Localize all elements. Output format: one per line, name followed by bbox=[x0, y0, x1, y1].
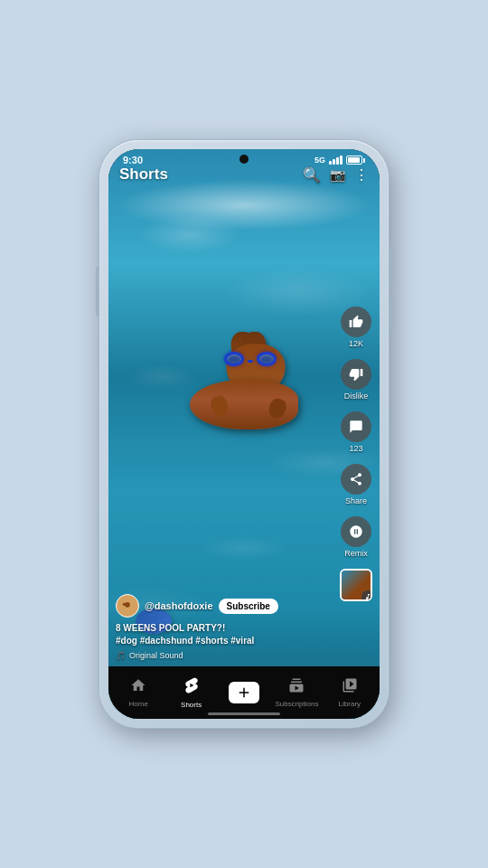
nav-subscriptions[interactable]: Subscriptions bbox=[270, 677, 323, 708]
subscriptions-icon bbox=[288, 677, 305, 698]
nav-library[interactable]: Library bbox=[324, 677, 376, 708]
video-thumbnail-action[interactable] bbox=[340, 569, 372, 601]
thumbnail-image bbox=[340, 569, 372, 601]
volume-down-button bbox=[389, 294, 392, 330]
page-title: Shorts bbox=[119, 165, 168, 184]
share-icon bbox=[341, 464, 371, 495]
share-label: Share bbox=[345, 496, 367, 505]
nav-create[interactable] bbox=[218, 682, 270, 703]
comment-icon bbox=[341, 411, 371, 442]
status-time: 9:30 bbox=[123, 155, 143, 165]
dislike-icon bbox=[341, 359, 371, 390]
music-label: Original Sound bbox=[129, 651, 183, 660]
dog-body bbox=[190, 380, 298, 429]
dislike-label: Dislike bbox=[344, 392, 369, 401]
remix-label: Remix bbox=[344, 549, 368, 558]
signal-icon bbox=[329, 156, 343, 165]
like-count: 12K bbox=[349, 339, 363, 348]
library-icon bbox=[342, 677, 358, 698]
video-player[interactable]: Shorts 🔍 📷 ⋮ 12K bbox=[108, 149, 380, 719]
create-button[interactable] bbox=[229, 682, 259, 703]
video-info: @dashofdoxie Subscribe 8 WEENS POOL PART… bbox=[116, 594, 325, 660]
phone-frame: 9:30 5G bbox=[99, 140, 389, 728]
dog-paw-left bbox=[209, 393, 230, 418]
music-note-icon: 🎵 bbox=[116, 651, 126, 660]
phone-screen: 9:30 5G bbox=[108, 149, 380, 719]
search-icon[interactable]: 🔍 bbox=[303, 166, 321, 184]
nav-shorts-label: Shorts bbox=[181, 701, 202, 709]
svg-point-1 bbox=[123, 603, 127, 607]
like-button[interactable]: 12K bbox=[341, 307, 371, 348]
water-splash bbox=[108, 178, 380, 232]
remix-button[interactable]: Remix bbox=[341, 516, 371, 558]
dog-goggles bbox=[224, 352, 277, 366]
like-icon bbox=[341, 307, 371, 337]
goggle-bridge bbox=[248, 360, 253, 363]
music-row: 🎵 Original Sound bbox=[116, 651, 325, 660]
nav-home[interactable]: Home bbox=[112, 677, 164, 708]
more-options-icon[interactable]: ⋮ bbox=[354, 166, 369, 184]
dog-figure bbox=[163, 330, 325, 448]
top-bar: Shorts 🔍 📷 ⋮ bbox=[108, 165, 380, 184]
camera-notch bbox=[239, 155, 249, 164]
subscribe-button[interactable]: Subscribe bbox=[219, 599, 278, 614]
home-icon bbox=[130, 677, 146, 698]
channel-handle: @dashofdoxie bbox=[145, 600, 213, 611]
comments-button[interactable]: 123 bbox=[341, 411, 371, 453]
channel-row: @dashofdoxie Subscribe bbox=[116, 594, 325, 618]
bottom-navigation: Home Shorts bbox=[108, 666, 380, 719]
home-indicator bbox=[208, 712, 280, 715]
shorts-icon bbox=[183, 676, 201, 699]
network-type: 5G bbox=[314, 156, 325, 165]
nav-subscriptions-label: Subscriptions bbox=[275, 700, 318, 708]
nav-home-label: Home bbox=[129, 700, 148, 708]
channel-avatar bbox=[116, 594, 139, 618]
battery-icon bbox=[346, 156, 365, 165]
remix-icon bbox=[341, 516, 371, 547]
dislike-button[interactable]: Dislike bbox=[341, 359, 371, 401]
status-icons: 5G bbox=[314, 156, 365, 165]
share-button[interactable]: Share bbox=[341, 464, 371, 505]
camera-icon[interactable]: 📷 bbox=[330, 167, 345, 182]
dog-paw-right bbox=[266, 396, 287, 420]
volume-up-button bbox=[96, 267, 99, 316]
goggle-left bbox=[224, 352, 244, 366]
top-bar-actions: 🔍 📷 ⋮ bbox=[303, 166, 369, 184]
comment-count: 123 bbox=[349, 444, 362, 453]
nav-shorts[interactable]: Shorts bbox=[164, 676, 217, 709]
side-actions: 12K Dislike bbox=[340, 307, 372, 601]
nav-library-label: Library bbox=[339, 700, 361, 708]
video-description-line1: 8 WEENS POOL PARTY?! #dog #dachshund #sh… bbox=[116, 622, 325, 647]
power-button bbox=[389, 249, 392, 285]
goggle-right bbox=[257, 352, 277, 366]
